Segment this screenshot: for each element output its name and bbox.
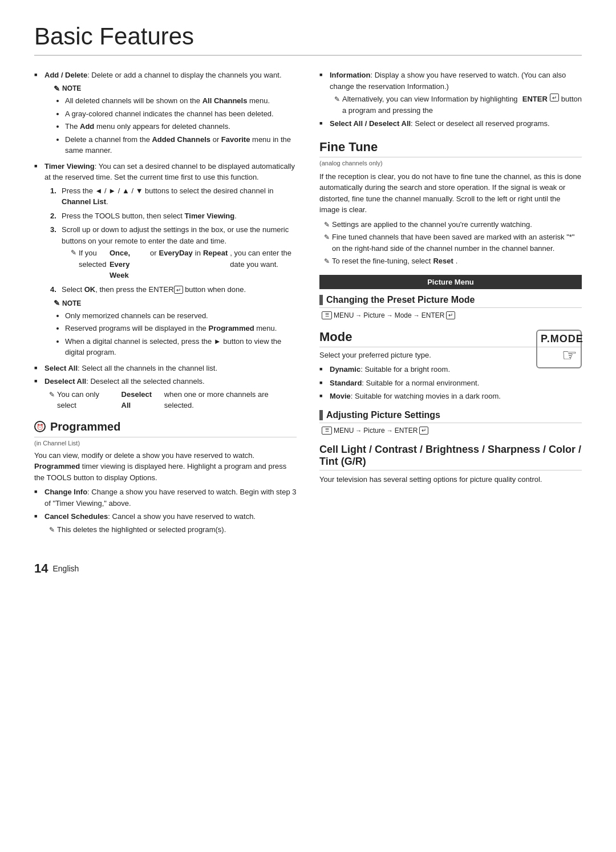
deselect-all-item: Deselect All: Deselect all the selected …	[34, 376, 297, 411]
arrow-5: →	[387, 427, 393, 434]
timer-viewing-steps: Press the ◄ / ► / ▲ / ▼ buttons to selec…	[50, 185, 297, 295]
select-all-label: Select All	[44, 364, 78, 372]
select-deselect-label: Select All / Deselect All	[330, 119, 411, 128]
add-delete-item: Add / Delete: Delete or add a channel to…	[34, 70, 297, 156]
fine-tune-tip1: Settings are applied to the channel you'…	[324, 219, 582, 230]
left-column: Add / Delete: Delete or add a channel to…	[34, 70, 297, 538]
select-all-text: Select all the channels in the channel l…	[82, 364, 217, 372]
adjusting-menu-path: ☰ MENU → Picture → ENTER ↵	[322, 427, 582, 435]
enter-text-1: ENTER	[422, 311, 445, 319]
mode-text: Mode	[395, 311, 412, 319]
timer-viewing-label: Timer Viewing	[44, 162, 95, 171]
footer: 14 English	[34, 561, 582, 576]
cancel-tip: This deletes the highlighted or selected…	[49, 524, 297, 535]
mode-section: Mode Select your preferred picture type.…	[319, 330, 582, 405]
mode-movie: Movie: Suitable for watching movies in a…	[319, 391, 582, 402]
adjusting-title: Adjusting Picture Settings	[319, 410, 582, 423]
timer-note: NOTE Only memorized channels can be rese…	[54, 298, 297, 358]
fine-tune-tip2: Fine tuned channels that have been saved…	[324, 232, 582, 254]
mode-content: Dynamic: Suitable for a bright room. Sta…	[319, 364, 582, 405]
programmed-text: You can view, modify or delete a show yo…	[34, 450, 297, 484]
enter-icon: ↵	[174, 286, 183, 294]
select-all-item: Select All: Select all the channels in t…	[34, 363, 297, 374]
arrow-1: →	[355, 312, 362, 319]
fine-tune-subtitle: (analog channels only)	[319, 160, 582, 167]
right-top-list: Information: Display a show you have res…	[319, 70, 582, 129]
fine-tune-text: If the reception is clear, you do not ha…	[319, 171, 582, 216]
enter-icon-3: ↵	[446, 311, 455, 319]
step3-note: If you selected Once, Every Week or Ever…	[71, 248, 297, 281]
select-deselect-item: Select All / Deselect All: Select or des…	[319, 118, 582, 129]
pmode-hand-icon: ☞	[541, 345, 577, 365]
picture-menu-bar: Picture Menu	[319, 275, 582, 289]
note-item: Delete a channel from the Added Channels…	[65, 134, 297, 156]
change-info-label: Change Info	[44, 488, 87, 496]
note-item: A gray-colored channel indicates the cha…	[65, 108, 297, 120]
changing-preset-label: Changing the Preset Picture Mode	[326, 295, 475, 305]
cancel-schedules-text: Cancel a show you have reserved to watch…	[112, 512, 256, 521]
changing-preset-title: Changing the Preset Picture Mode	[319, 295, 582, 308]
pmode-badge-inner: P.MODE ☞	[536, 330, 582, 368]
pmode-badge: P.MODE ☞	[536, 330, 582, 381]
information-label: Information	[330, 71, 371, 79]
menu-icon-1: ☰	[322, 311, 332, 319]
enter-icon-2: ↵	[550, 94, 559, 102]
enter-icon-4: ↵	[419, 427, 428, 435]
menu-icon-2: ☰	[322, 427, 332, 435]
right-column: Information: Display a show you have res…	[319, 70, 582, 538]
menu-path-text-2: MENU	[334, 427, 354, 435]
note-item: The Add menu only appears for deleted ch…	[65, 121, 297, 132]
timer-viewing-item: Timer Viewing: You can set a desired cha…	[34, 161, 297, 358]
information-tip: Alternatively, you can view Information …	[334, 94, 582, 116]
add-delete-note: NOTE All deleted channels will be shown …	[54, 83, 297, 156]
picture-text-2: Picture	[363, 427, 384, 435]
arrow-3: →	[414, 312, 420, 319]
note-label-1: NOTE	[54, 83, 297, 95]
menu-path-text-1: MENU	[334, 311, 354, 319]
step-1: Press the ◄ / ► / ▲ / ▼ buttons to selec…	[50, 185, 297, 208]
note-item: Reserved programs will be displayed in t…	[65, 323, 297, 334]
step-3: Scroll up or down to adjust the settings…	[50, 224, 297, 281]
clock-icon: ⏰	[34, 421, 46, 432]
pmode-text: P.MODE	[541, 333, 577, 345]
deselect-all-label: Deselect All	[44, 377, 86, 386]
programmed-section-title: ⏰ Programmed	[34, 420, 297, 437]
arrow-4: →	[355, 427, 362, 434]
step-2: Press the TOOLS button, then select Time…	[50, 210, 297, 222]
picture-text: Picture	[363, 311, 384, 319]
note-item: All deleted channels will be shown on th…	[65, 95, 297, 107]
fine-tune-tip3: To reset the fine-tuning, select Reset.	[324, 255, 582, 267]
step-4: Select OK, then press the ENTER↵ button …	[50, 284, 297, 295]
cell-light-text: Your television has several setting opti…	[319, 474, 582, 485]
cancel-schedules-label: Cancel Schedules	[44, 512, 108, 521]
page-number: 14	[34, 561, 48, 576]
enter-text-2: ENTER	[395, 427, 418, 435]
note-label-2: NOTE	[54, 298, 297, 309]
add-delete-label: Add / Delete	[44, 71, 87, 79]
add-delete-text: Delete or add a channel to display the c…	[91, 71, 281, 79]
page-language: English	[52, 564, 79, 573]
cell-light-title: Cell Light / Contrast / Brightness / Sha…	[319, 444, 582, 470]
change-info-item: Change Info: Change a show you have rese…	[34, 486, 297, 509]
programmed-title-text: Programmed	[50, 420, 120, 433]
information-item: Information: Display a show you have res…	[319, 70, 582, 116]
page-title: Basic Features	[34, 23, 582, 56]
side-bar-icon-2	[319, 410, 323, 420]
note-item: When a digital channel is selected, pres…	[65, 336, 297, 358]
cancel-schedules-item: Cancel Schedules: Cancel a show you have…	[34, 511, 297, 535]
deselect-all-text: Deselect all the selected channels.	[90, 377, 204, 386]
timer-note-list: Only memorized channels can be reserved.…	[54, 310, 297, 358]
side-bar-icon	[319, 295, 323, 305]
note-item: Only memorized channels can be reserved.	[65, 310, 297, 322]
changing-preset-menu-path: ☰ MENU → Picture → Mode → ENTER ↵	[322, 311, 582, 319]
programmed-subtitle: (in Channel List)	[34, 440, 297, 447]
add-delete-note-list: All deleted channels will be shown on th…	[54, 95, 297, 156]
programmed-items-list: Change Info: Change a show you have rese…	[34, 486, 297, 535]
select-deselect-text: Select or deselect all reserved programs…	[415, 119, 549, 128]
fine-tune-title: Fine Tune	[319, 140, 582, 157]
adjusting-label: Adjusting Picture Settings	[326, 410, 440, 420]
arrow-2: →	[387, 312, 393, 319]
deselect-tip: You can only select Deselect All when on…	[49, 389, 297, 411]
